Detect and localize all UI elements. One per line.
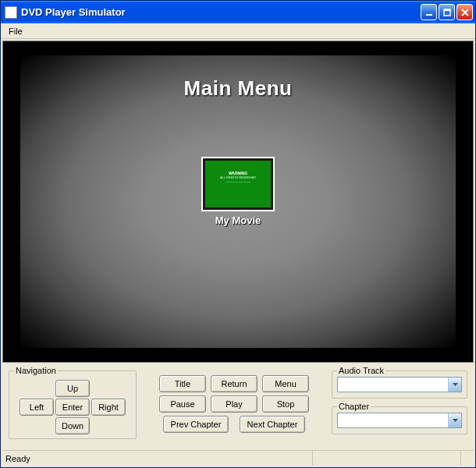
audio-track-dropdown[interactable] — [448, 378, 461, 392]
selectors-group: Audio Track Chapter — [332, 366, 467, 448]
audio-track-value — [338, 378, 448, 392]
nav-left-button[interactable]: Left — [20, 399, 54, 416]
prev-chapter-button[interactable]: Prev Chapter — [163, 416, 229, 433]
stop-button[interactable]: Stop — [262, 395, 309, 413]
dvd-menu-title: Main Menu — [184, 76, 293, 101]
chapter-combo[interactable] — [337, 413, 462, 428]
resize-grip[interactable] — [461, 451, 474, 466]
title-button[interactable]: Title — [159, 375, 206, 392]
nav-down-button[interactable]: Down — [55, 417, 90, 434]
menubar: File — [1, 23, 475, 39]
dvd-thumb-label: My Movie — [201, 214, 275, 226]
pause-button[interactable]: Pause — [159, 395, 206, 413]
maximize-button[interactable] — [439, 4, 455, 20]
nav-enter-button[interactable]: Enter — [55, 399, 90, 416]
dvd-menu-item[interactable]: WARNING ALL RIGHTS RESERVED ———————— My … — [201, 157, 275, 226]
dvd-thumb: WARNING ALL RIGHTS RESERVED ———————— — [201, 157, 275, 211]
status-text: Ready — [2, 451, 313, 466]
menu-file[interactable]: File — [4, 26, 27, 37]
video-panel: Main Menu WARNING ALL RIGHTS RESERVED ——… — [2, 41, 474, 363]
controls-panel: Navigation Up Left Enter Right Down Titl… — [2, 363, 474, 450]
minimize-button[interactable] — [421, 4, 437, 20]
svg-rect-0 — [426, 14, 432, 16]
svg-rect-2 — [444, 9, 450, 11]
titlebar[interactable]: DVD Player Simulator — [1, 1, 475, 23]
statusbar: Ready — [2, 450, 474, 466]
chevron-down-icon — [453, 383, 458, 386]
playback-group: Title Return Menu Pause Play Stop Prev C… — [147, 366, 321, 448]
audio-track-combo[interactable] — [337, 377, 462, 392]
maximize-icon — [442, 8, 452, 17]
window-buttons — [421, 4, 473, 20]
window-title: DVD Player Simulator — [21, 6, 421, 18]
chapter-value — [338, 413, 448, 427]
chevron-down-icon — [453, 419, 458, 422]
nav-right-button[interactable]: Right — [91, 399, 126, 416]
chapter-legend: Chapter — [337, 402, 371, 411]
nav-up-button[interactable]: Up — [55, 380, 90, 397]
chapter-group: Chapter — [332, 402, 467, 434]
status-pane-2 — [313, 451, 461, 466]
return-button[interactable]: Return — [211, 375, 258, 392]
minimize-icon — [424, 8, 434, 17]
client-area: Main Menu WARNING ALL RIGHTS RESERVED ——… — [1, 39, 475, 467]
audio-track-legend: Audio Track — [337, 366, 385, 375]
next-chapter-button[interactable]: Next Chapter — [240, 416, 305, 433]
navigation-group: Navigation Up Left Enter Right Down — [9, 366, 137, 439]
close-button[interactable] — [456, 4, 473, 20]
navigation-legend: Navigation — [14, 366, 58, 375]
menu-button[interactable]: Menu — [262, 375, 309, 392]
chapter-dropdown[interactable] — [448, 413, 461, 427]
app-icon — [5, 6, 17, 19]
dvd-menu: Main Menu WARNING ALL RIGHTS RESERVED ——… — [184, 178, 293, 226]
play-button[interactable]: Play — [211, 395, 258, 413]
app-window: DVD Player Simulator File Main Menu — [0, 0, 476, 468]
audio-track-group: Audio Track — [332, 366, 467, 399]
close-icon — [460, 8, 470, 17]
